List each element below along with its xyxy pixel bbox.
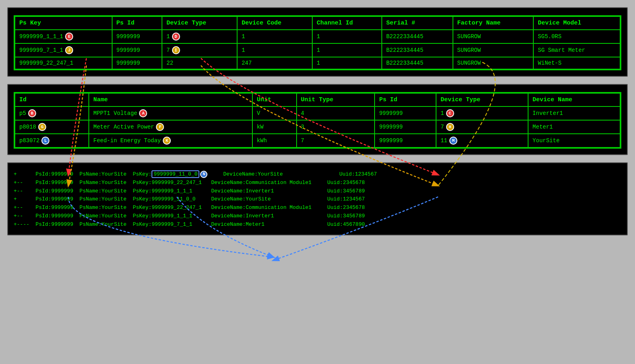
- table-cell: 1: [312, 30, 382, 43]
- table-cell: SUNGROW: [453, 57, 534, 69]
- table-cell: B2222334445: [382, 43, 453, 57]
- table-cell: 11M: [436, 134, 528, 147]
- table-row: p8018GMeter Active PowerFkW399999997HMet…: [15, 120, 620, 134]
- table-cell: 1: [237, 30, 312, 43]
- table-cell: 3: [297, 120, 375, 134]
- table-cell: p83072L: [15, 134, 89, 147]
- badge-c: C: [446, 109, 454, 117]
- col-pskey: Ps Key: [15, 16, 112, 30]
- table-cell: 22: [162, 57, 237, 69]
- table-cell: 9999999_1_1_1E: [15, 30, 112, 43]
- table-cell: 9999999: [112, 57, 162, 69]
- table-cell: 9999999: [112, 30, 162, 43]
- table-cell: 1: [312, 43, 382, 57]
- table-cell: 247: [237, 57, 312, 69]
- table-row: 9999999_22_247_19999999222471B2222334445…: [15, 57, 620, 69]
- table-cell: kWh: [252, 134, 297, 147]
- terminal-block-2: Id Name Unit Unit Type Ps Id Device Type…: [7, 84, 628, 155]
- table-cell: 9999999: [375, 106, 436, 120]
- badge-e: E: [65, 33, 73, 41]
- table-row: 9999999_7_1_1J99999997I11B2222334445SUNG…: [15, 43, 620, 57]
- badge-m: M: [449, 137, 457, 145]
- table-cell: V: [252, 106, 297, 120]
- table-cell: 7: [297, 134, 375, 147]
- tree-line: +-- PsId:9999999 PsName:YourSite PsKey:9…: [14, 179, 621, 187]
- table-cell: 4: [297, 106, 375, 120]
- table-cell: SG Smart Meter: [533, 43, 620, 57]
- table-cell: B2222334445: [382, 30, 453, 43]
- tree-line: +-- PsId:9999999 PsName:YourSite PsKey:9…: [14, 204, 621, 212]
- table-cell: 1D: [162, 30, 237, 43]
- table-cell: Meter1: [528, 120, 620, 134]
- table-cell: MPPT1 VoltageA: [89, 106, 252, 120]
- table-2-wrapper: Id Name Unit Unit Type Ps Id Device Type…: [14, 92, 621, 149]
- badge-j: J: [65, 46, 73, 54]
- badge-k: K: [163, 137, 171, 145]
- table-1-wrapper: Ps Key Ps Id Device Type Device Code Cha…: [14, 15, 621, 70]
- table-cell: 9999999: [112, 43, 162, 57]
- col-id: Id: [15, 93, 89, 106]
- badge-n: N: [200, 171, 207, 178]
- table-cell: Meter Active PowerF: [89, 120, 252, 134]
- terminal-block-3: + PsId:9999999 PsName:YourSite PsKey:999…: [7, 162, 628, 235]
- table-cell: SG5.0RS: [533, 30, 620, 43]
- tree-line: +---- PsId:9999999 PsName:YourSite PsKey…: [14, 221, 621, 229]
- table-cell: p8018G: [15, 120, 89, 134]
- ps-points-table: Id Name Unit Unit Type Ps Id Device Type…: [14, 93, 621, 148]
- table-cell: 9999999_22_247_1: [15, 57, 112, 69]
- table-cell: 7I: [162, 43, 237, 57]
- col-channelid: Channel Id: [312, 16, 382, 30]
- col-unittype: Unit Type: [297, 93, 375, 106]
- col-unit: Unit: [252, 93, 297, 106]
- table-cell: 7H: [436, 120, 528, 134]
- badge-g: G: [38, 123, 46, 131]
- table-cell: B2222334445: [382, 57, 453, 69]
- tree-content: + PsId:9999999 PsName:YourSite PsKey:999…: [14, 170, 621, 229]
- table-cell: WiNet-S: [533, 57, 620, 69]
- col-psid: Ps Id: [112, 16, 162, 30]
- table-cell: Inverter1: [528, 106, 620, 120]
- table-cell: 9999999_7_1_1J: [15, 43, 112, 57]
- table-row: p5BMPPT1 VoltageAV499999991CInverter1: [15, 106, 620, 120]
- tree-line: +-- PsId:9999999 PsName:YourSite PsKey:9…: [14, 187, 621, 196]
- col-devmodel: Device Model: [533, 16, 620, 30]
- badge-h: H: [446, 123, 454, 131]
- table-cell: 1: [237, 43, 312, 57]
- main-container: Ps Key Ps Id Device Type Device Code Cha…: [0, 0, 635, 364]
- table-cell: 1: [312, 57, 382, 69]
- ps-list-table: Ps Key Ps Id Device Type Device Code Cha…: [14, 16, 621, 70]
- col-devname: Device Name: [528, 93, 620, 106]
- terminal-block-1: Ps Key Ps Id Device Type Device Code Cha…: [7, 7, 628, 77]
- table-cell: 9999999: [375, 120, 436, 134]
- table-cell: p5B: [15, 106, 89, 120]
- table-row: 9999999_1_1_1E99999991D11B2222334445SUNG…: [15, 30, 620, 43]
- badge-b: B: [28, 109, 36, 117]
- col-serial: Serial #: [382, 16, 453, 30]
- table-row: p83072LFeed-in Energy TodayKkWh799999991…: [15, 134, 620, 147]
- col-devcode: Device Code: [237, 16, 312, 30]
- table-cell: kW: [252, 120, 297, 134]
- table-cell: SUNGROW: [453, 30, 534, 43]
- tree-line: + PsId:9999999 PsName:YourSite PsKey:999…: [14, 195, 621, 204]
- highlighted-pskey: 9999999_11_0_0: [152, 170, 199, 178]
- col-factoryname: Factory Name: [453, 16, 534, 30]
- table-cell: YourSite: [528, 134, 620, 147]
- tree-line: +-- PsId:9999999 PsName:YourSite PsKey:9…: [14, 212, 621, 221]
- badge-f: F: [156, 123, 164, 131]
- badge-l: L: [41, 137, 49, 145]
- col-psid2: Ps Id: [375, 93, 436, 106]
- badge-d: D: [172, 33, 180, 41]
- table-cell: 9999999: [375, 134, 436, 147]
- table-cell: 1C: [436, 106, 528, 120]
- col-devtype2: Device Type: [436, 93, 528, 106]
- table-cell: Feed-in Energy TodayK: [89, 134, 252, 147]
- col-devtype: Device Type: [162, 16, 237, 30]
- badge-i: I: [172, 46, 180, 54]
- badge-a: A: [139, 109, 147, 117]
- table-cell: SUNGROW: [453, 43, 534, 57]
- col-name: Name: [89, 93, 252, 106]
- tree-line: + PsId:9999999 PsName:YourSite PsKey:999…: [14, 170, 621, 179]
